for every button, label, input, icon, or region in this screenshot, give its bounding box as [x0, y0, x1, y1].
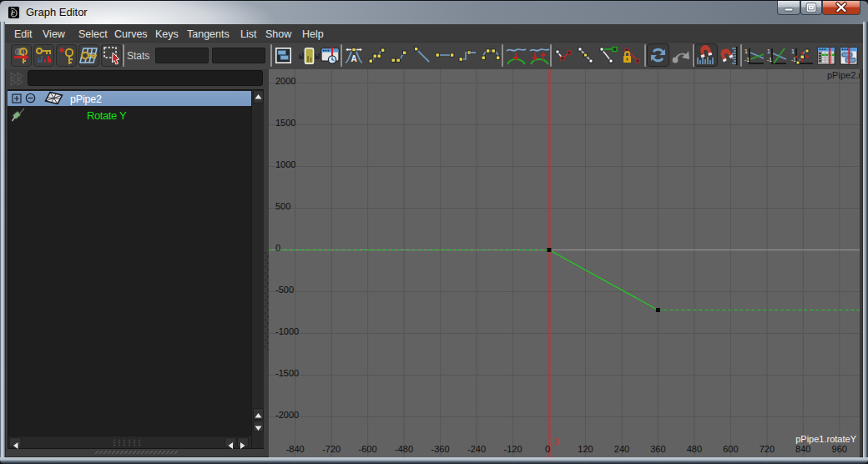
svg-text:-500: -500 — [275, 285, 294, 295]
svg-text:-1: -1 — [744, 57, 749, 63]
svg-text:840: 840 — [795, 444, 810, 454]
svg-text:0: 0 — [545, 444, 550, 454]
svg-text:960: 960 — [832, 444, 847, 454]
svg-text:-240: -240 — [467, 444, 486, 454]
svg-text:-480: -480 — [395, 444, 413, 454]
svg-text:600: 600 — [723, 444, 738, 454]
svg-text:120: 120 — [578, 444, 593, 454]
svg-text:480: 480 — [687, 444, 702, 454]
svg-text:1: 1 — [791, 48, 795, 54]
svg-text:3: 3 — [554, 436, 559, 446]
svg-text:0: 0 — [275, 243, 280, 253]
svg-text:pPipe1.rotateY: pPipe1.rotateY — [795, 434, 856, 444]
svg-text:-720: -720 — [322, 444, 341, 454]
svg-text:-360: -360 — [431, 444, 450, 454]
svg-text:-1500: -1500 — [275, 368, 299, 378]
svg-text:A: A — [351, 54, 356, 63]
svg-text:-600: -600 — [359, 444, 377, 454]
svg-text:720: 720 — [760, 444, 775, 454]
svg-text:360: 360 — [650, 444, 665, 454]
svg-text:500: 500 — [275, 201, 290, 211]
svg-text:1: 1 — [767, 48, 770, 54]
svg-text:240: 240 — [614, 444, 629, 454]
svg-text:-1: -1 — [791, 57, 796, 63]
svg-text:-2000: -2000 — [275, 410, 299, 420]
svg-text:pPipe2.rotateY: pPipe2.rotateY — [827, 70, 860, 80]
svg-text:-1000: -1000 — [275, 326, 299, 336]
svg-text:1500: 1500 — [275, 118, 295, 128]
svg-text:-120: -120 — [503, 444, 522, 454]
svg-text:-840: -840 — [286, 444, 305, 454]
svg-text:1: 1 — [744, 48, 748, 54]
svg-text:1000: 1000 — [275, 159, 295, 169]
svg-text:-1: -1 — [767, 57, 772, 63]
svg-text:2000: 2000 — [275, 76, 295, 86]
